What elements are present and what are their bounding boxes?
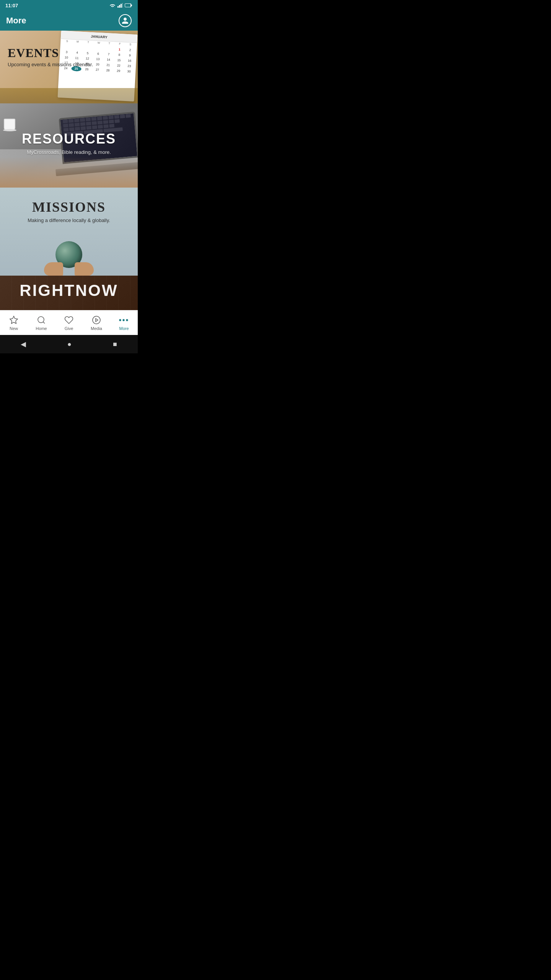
new-nav-label: New bbox=[10, 326, 18, 331]
events-title: EVENTS bbox=[8, 46, 93, 60]
bottom-nav: New Home Give Media bbox=[0, 310, 138, 335]
svg-rect-0 bbox=[117, 6, 119, 8]
person-hands-art bbox=[0, 157, 138, 188]
rightnow-title: RIGHTNOW bbox=[20, 281, 118, 300]
status-bar: 11:07 bbox=[0, 0, 138, 11]
system-nav: ◀ ● ■ bbox=[0, 335, 138, 353]
heart-icon bbox=[64, 315, 73, 325]
recent-button[interactable]: ■ bbox=[113, 340, 117, 348]
dots-icon: ••• bbox=[119, 315, 129, 325]
status-icons bbox=[109, 3, 132, 8]
status-time: 11:07 bbox=[5, 3, 18, 8]
nav-item-give[interactable]: Give bbox=[55, 313, 83, 333]
missions-text: MISSIONS Making a difference locally & g… bbox=[28, 199, 110, 223]
hand-left-art bbox=[44, 262, 63, 276]
svg-rect-1 bbox=[119, 5, 120, 8]
app-header: More bbox=[0, 11, 138, 31]
events-card[interactable]: JANUARY SMT WTFS 12 345 6789 101112 1314… bbox=[0, 31, 138, 103]
events-subtitle: Upcoming events & missions calendar. bbox=[8, 62, 93, 67]
hands-art bbox=[44, 253, 94, 276]
home-button[interactable]: ● bbox=[67, 340, 72, 348]
media-nav-icon bbox=[91, 315, 101, 325]
nav-item-home[interactable]: Home bbox=[28, 313, 55, 333]
user-icon bbox=[121, 17, 129, 24]
profile-button[interactable] bbox=[119, 14, 132, 27]
hand-right-art bbox=[75, 262, 94, 276]
media-nav-label: Media bbox=[91, 326, 102, 331]
resources-title: RESOURCES bbox=[22, 131, 116, 147]
give-nav-label: Give bbox=[65, 326, 73, 331]
svg-point-10 bbox=[93, 316, 100, 324]
events-text: EVENTS Upcoming events & missions calend… bbox=[8, 46, 93, 67]
rightnow-text: RIGHTNOW bbox=[20, 281, 118, 300]
wooden-table-art bbox=[0, 88, 138, 103]
home-nav-label: Home bbox=[36, 326, 47, 331]
new-nav-icon bbox=[9, 315, 19, 325]
missions-card[interactable]: MISSIONS Making a difference locally & g… bbox=[0, 188, 138, 276]
header-title: More bbox=[6, 16, 26, 26]
nav-item-more[interactable]: ••• More bbox=[110, 313, 138, 333]
missions-title: MISSIONS bbox=[28, 199, 110, 215]
nav-item-new[interactable]: New bbox=[0, 313, 28, 333]
give-nav-icon bbox=[64, 315, 74, 325]
more-nav-label: More bbox=[119, 326, 129, 331]
svg-line-9 bbox=[43, 322, 45, 323]
wifi-icon bbox=[109, 3, 116, 8]
resources-card[interactable]: RESOURCES MyCrossroads, Bible reading, &… bbox=[0, 103, 138, 188]
svg-marker-11 bbox=[96, 318, 98, 322]
star-icon bbox=[9, 315, 18, 325]
home-nav-icon bbox=[36, 315, 46, 325]
signal-icon bbox=[117, 3, 123, 8]
svg-rect-6 bbox=[125, 4, 130, 7]
svg-rect-3 bbox=[122, 3, 123, 8]
back-button[interactable]: ◀ bbox=[21, 340, 26, 348]
search-icon bbox=[37, 315, 46, 325]
rightnow-card[interactable]: RIGHTNOW bbox=[0, 276, 138, 310]
resources-subtitle: MyCrossroads, Bible reading, & more. bbox=[22, 149, 116, 155]
svg-rect-5 bbox=[131, 5, 132, 6]
resources-text: RESOURCES MyCrossroads, Bible reading, &… bbox=[22, 131, 116, 155]
coffee-cup-art bbox=[4, 115, 17, 130]
svg-rect-2 bbox=[121, 4, 122, 8]
missions-subtitle: Making a difference locally & globally. bbox=[28, 217, 110, 223]
more-nav-icon: ••• bbox=[119, 315, 129, 325]
play-icon bbox=[92, 315, 101, 325]
svg-point-8 bbox=[38, 317, 44, 323]
svg-marker-7 bbox=[10, 316, 18, 323]
nav-item-media[interactable]: Media bbox=[83, 313, 110, 333]
battery-icon bbox=[125, 3, 132, 8]
